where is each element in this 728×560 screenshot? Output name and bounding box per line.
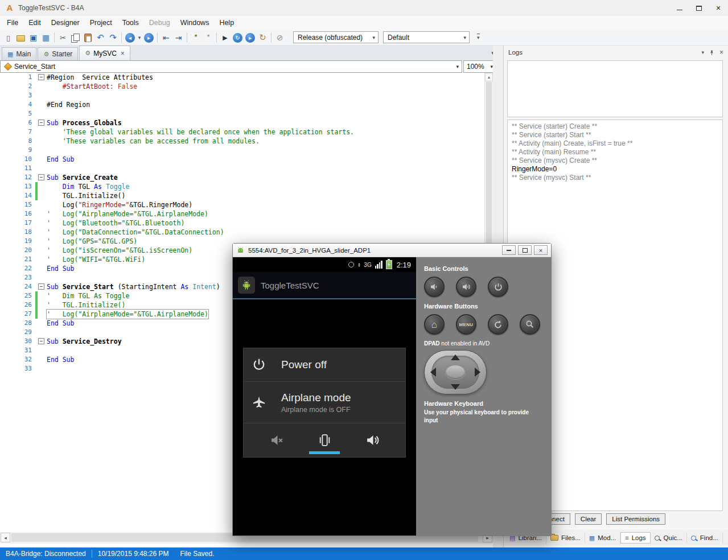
code-line[interactable]: 15 Log("RingerMode="&TGL.RingerMode) xyxy=(0,200,484,209)
redo-icon[interactable] xyxy=(107,32,119,43)
code-line[interactable]: 18' Log("DataConnection="&TGL.DataConnec… xyxy=(0,228,484,237)
emulator-maximize-button[interactable] xyxy=(518,245,532,255)
menu-windows[interactable]: Windows xyxy=(175,17,215,29)
tab-main[interactable]: ▦ Main xyxy=(2,47,36,60)
code-line[interactable]: 7 'These global variables will be declar… xyxy=(0,127,484,137)
sound-on-option[interactable] xyxy=(355,423,389,457)
emulator-close-button[interactable]: × xyxy=(534,245,548,255)
close-panel-icon[interactable]: × xyxy=(719,48,723,56)
code-line[interactable]: 4#End Region xyxy=(0,100,484,109)
tab-starter[interactable]: ⚙ Starter xyxy=(38,47,78,60)
airplane-mode-option[interactable]: Airplane mode Airplane mode is OFF xyxy=(244,381,405,423)
clear-button[interactable]: Clear xyxy=(575,513,602,525)
list-permissions-button[interactable]: List Permissions xyxy=(606,513,665,525)
fold-collapse-icon[interactable]: − xyxy=(38,283,44,290)
vibrate-mode-option[interactable] xyxy=(307,423,342,457)
conditional-symbols-select[interactable]: Default ▾ xyxy=(383,31,470,43)
menu-edit[interactable]: Edit xyxy=(23,17,46,29)
search-button[interactable] xyxy=(520,314,540,335)
logs-device-box[interactable] xyxy=(507,60,723,117)
home-button[interactable]: ⌂ xyxy=(424,314,445,335)
power-button[interactable] xyxy=(488,277,508,297)
emulator-title-bar[interactable]: 5554:AVD_for_3_2in_HVGA_slider_ADP1 × xyxy=(233,244,551,257)
outdent-icon[interactable] xyxy=(160,32,172,43)
copy-icon[interactable] xyxy=(69,32,81,43)
navigate-forward-icon[interactable] xyxy=(144,33,154,43)
build-configuration-select[interactable]: Release (obfuscated) ▾ xyxy=(293,31,379,43)
open-file-icon[interactable] xyxy=(15,32,27,43)
volume-up-button[interactable] xyxy=(456,277,476,297)
close-tab-icon[interactable]: × xyxy=(121,50,125,57)
scroll-up-icon[interactable]: ▴ xyxy=(485,73,493,81)
dpad-control[interactable] xyxy=(424,350,487,394)
power-off-option[interactable]: Power off xyxy=(244,348,405,381)
dpad-up-icon[interactable] xyxy=(451,355,460,360)
refresh-icon[interactable] xyxy=(257,32,269,43)
menu-designer[interactable]: Designer xyxy=(46,17,85,29)
code-line[interactable]: 17' Log("Bluetooth="&TGL.Bluetooth) xyxy=(0,219,484,228)
scroll-left-icon[interactable]: ◂ xyxy=(1,533,10,542)
silent-mode-option[interactable] xyxy=(260,423,294,457)
dpad-center-button[interactable] xyxy=(446,365,465,379)
menu-tools[interactable]: Tools xyxy=(117,17,144,29)
zoom-select[interactable]: 100% ▾ xyxy=(463,60,496,73)
cut-icon[interactable] xyxy=(57,32,69,43)
code-line[interactable]: 5 xyxy=(0,109,484,118)
emulator-minimize-button[interactable] xyxy=(502,245,516,255)
save-icon[interactable] xyxy=(27,32,39,43)
code-line[interactable]: 6−Sub Process_Globals xyxy=(0,118,484,127)
fold-collapse-icon[interactable]: − xyxy=(38,338,44,344)
uncomment-icon[interactable] xyxy=(202,32,214,43)
dpad-left-icon[interactable] xyxy=(430,368,436,377)
fold-collapse-icon[interactable]: − xyxy=(38,74,44,80)
fold-collapse-icon[interactable]: − xyxy=(38,120,44,126)
comment-icon[interactable] xyxy=(190,32,201,43)
close-button[interactable]: × xyxy=(709,1,728,15)
panel-tab-modules[interactable]: ▦ Mod... xyxy=(585,532,620,544)
run-icon[interactable] xyxy=(219,32,231,43)
open-designer-icon[interactable] xyxy=(40,32,52,43)
panel-tab-files[interactable]: Files... xyxy=(546,532,585,543)
rebuild-icon[interactable] xyxy=(233,33,242,43)
navigate-back-icon[interactable] xyxy=(125,33,135,43)
fold-collapse-icon[interactable]: − xyxy=(38,174,44,180)
stop-icon[interactable] xyxy=(274,32,286,43)
code-line[interactable]: 16' Log("AirplaneMode="&TGL.AirplaneMode… xyxy=(0,209,484,219)
code-line[interactable]: 2 #StartAtBoot: False xyxy=(0,82,484,91)
device-screen[interactable]: ▲▼ 3G 2:19 xyxy=(233,257,416,536)
dpad-down-icon[interactable] xyxy=(451,384,460,390)
new-file-icon[interactable] xyxy=(2,32,14,43)
code-line[interactable]: 1−#Region Service Attributes xyxy=(0,73,484,82)
toolbar-overflow-button[interactable]: ▾ xyxy=(477,34,480,40)
back-button[interactable] xyxy=(488,314,508,335)
minimize-button[interactable] xyxy=(670,1,689,15)
menu-file[interactable]: File xyxy=(2,17,23,29)
code-line[interactable]: 8 'These variables can be accessed from … xyxy=(0,137,484,146)
panel-tab-logs[interactable]: ≡ Logs xyxy=(620,532,650,543)
code-line[interactable]: 14 TGL.Initialize() xyxy=(0,191,484,200)
tab-mysvc[interactable]: ⚙ MySVC × xyxy=(79,46,130,60)
menu-help[interactable]: Help xyxy=(214,17,239,29)
dpad-right-icon[interactable] xyxy=(475,368,480,377)
volume-down-button[interactable] xyxy=(424,277,445,297)
panel-menu-icon[interactable]: ▾ xyxy=(701,50,704,55)
pin-icon[interactable] xyxy=(709,50,715,56)
panel-tab-find[interactable]: Find... xyxy=(687,532,723,543)
code-line[interactable]: 10End Sub xyxy=(0,155,484,164)
undo-icon[interactable] xyxy=(94,32,106,43)
code-line[interactable]: 3 xyxy=(0,91,484,100)
menu-button[interactable]: MENU xyxy=(456,314,476,335)
panel-tab-quick-search[interactable]: Quic... xyxy=(651,532,687,543)
status-bar: B4A-Bridge: Disconnected 10/19/2015 9:48… xyxy=(0,547,728,560)
code-line[interactable]: 13 Dim TGL As Toggle xyxy=(0,182,484,191)
code-line[interactable]: 12−Sub Service_Create xyxy=(0,173,484,182)
indent-icon[interactable] xyxy=(172,32,184,43)
menu-project[interactable]: Project xyxy=(85,17,117,29)
maximize-button[interactable] xyxy=(689,1,709,15)
resume-icon[interactable] xyxy=(245,33,255,43)
nav-history-icon[interactable] xyxy=(137,32,142,43)
code-line[interactable]: 11 xyxy=(0,164,484,173)
code-line[interactable]: 9 xyxy=(0,146,484,155)
paste-icon[interactable] xyxy=(82,32,94,43)
sub-navigator-select[interactable]: Service_Start ▾ xyxy=(0,60,462,73)
